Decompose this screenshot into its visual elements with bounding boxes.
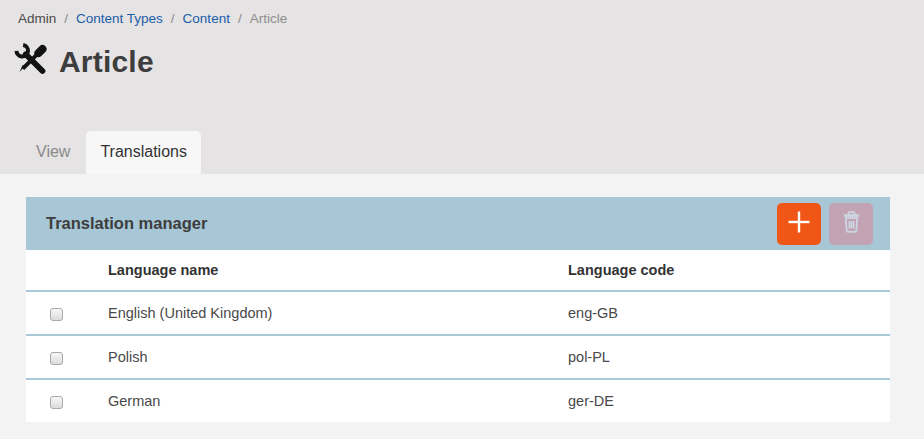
language-name-column-header: Language name bbox=[108, 250, 568, 291]
checkbox-cell bbox=[26, 291, 108, 335]
checkbox-column-header bbox=[26, 250, 108, 291]
breadcrumb-item-admin: Admin bbox=[18, 11, 56, 26]
tab-bar: ViewTranslations bbox=[20, 131, 201, 174]
breadcrumb-separator: / bbox=[171, 11, 175, 26]
content-area: Translation manager bbox=[0, 174, 924, 439]
page-title: Article bbox=[59, 45, 154, 79]
language-name-cell: German bbox=[108, 379, 568, 422]
language-name-cell: Polish bbox=[108, 335, 568, 379]
language-code-column-header: Language code bbox=[568, 250, 890, 291]
page-title-row: Article bbox=[13, 41, 924, 83]
table-row: Polishpol-PL bbox=[26, 335, 890, 379]
translation-manager-card: Translation manager bbox=[26, 197, 890, 422]
plus-icon bbox=[786, 209, 812, 238]
language-code-cell: eng-GB bbox=[568, 291, 890, 335]
breadcrumb-item-article: Article bbox=[250, 11, 288, 26]
language-code-cell: pol-PL bbox=[568, 335, 890, 379]
translations-table-body: English (United Kingdom)eng-GBPolishpol-… bbox=[26, 291, 890, 422]
translation-manager-header: Translation manager bbox=[26, 197, 890, 250]
table-row: English (United Kingdom)eng-GB bbox=[26, 291, 890, 335]
breadcrumb-separator: / bbox=[238, 11, 242, 26]
tab-view[interactable]: View bbox=[20, 131, 86, 174]
breadcrumb-item-content-types[interactable]: Content Types bbox=[76, 11, 163, 26]
row-checkbox[interactable] bbox=[50, 396, 63, 409]
checkbox-cell bbox=[26, 379, 108, 422]
breadcrumb-item-content[interactable]: Content bbox=[183, 11, 230, 26]
row-checkbox[interactable] bbox=[50, 352, 63, 365]
translations-table: Language name Language code English (Uni… bbox=[26, 250, 890, 422]
row-checkbox[interactable] bbox=[50, 308, 63, 321]
card-title: Translation manager bbox=[46, 214, 777, 233]
checkbox-cell bbox=[26, 335, 108, 379]
delete-translation-button[interactable] bbox=[829, 203, 873, 245]
tab-translations[interactable]: Translations bbox=[86, 131, 201, 174]
breadcrumb-separator: / bbox=[64, 11, 68, 26]
table-row: Germanger-DE bbox=[26, 379, 890, 422]
tools-icon bbox=[13, 41, 50, 83]
breadcrumb: Admin/Content Types/Content/Article bbox=[0, 0, 924, 26]
page-header-section: Admin/Content Types/Content/Article Arti… bbox=[0, 0, 924, 174]
add-translation-button[interactable] bbox=[777, 203, 821, 245]
trash-icon bbox=[839, 209, 864, 238]
table-header-row: Language name Language code bbox=[26, 250, 890, 291]
language-name-cell: English (United Kingdom) bbox=[108, 291, 568, 335]
language-code-cell: ger-DE bbox=[568, 379, 890, 422]
